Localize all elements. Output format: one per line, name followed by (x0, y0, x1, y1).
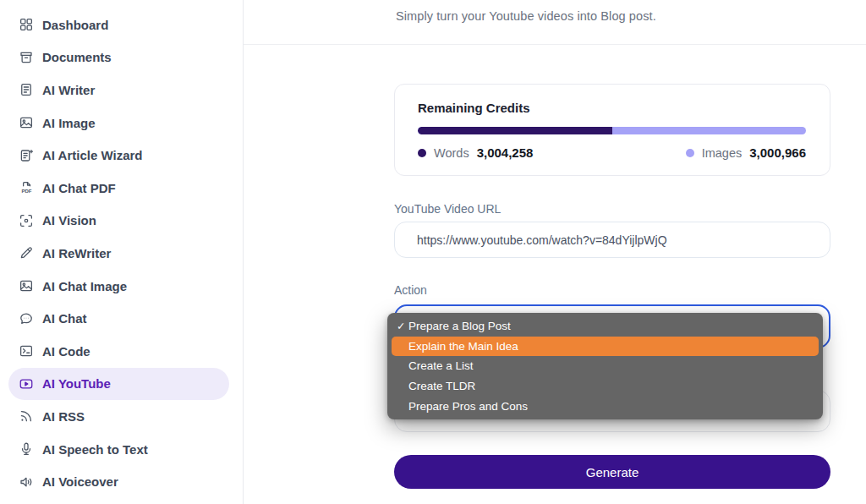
vision-icon (19, 213, 34, 228)
dashboard-icon (19, 17, 34, 32)
sidebar-item-ai-chat[interactable]: AI Chat (8, 302, 229, 335)
image-icon (19, 115, 34, 130)
generate-button[interactable]: Generate (394, 455, 830, 489)
sidebar-item-label: AI Chat Image (42, 279, 127, 293)
action-field-label: Action (394, 283, 427, 297)
sidebar-item-documents[interactable]: Documents (8, 41, 229, 74)
words-legend: Words 3,004,258 (418, 145, 533, 160)
article-wizard-icon (19, 148, 34, 163)
dropdown-option-label: Explain the Main Idea (408, 340, 518, 353)
sidebar-item-label: AI Image (42, 116, 96, 130)
topbar: Simply turn your Youtube videos into Blo… (244, 0, 866, 45)
sidebar: Dashboard Documents AI Writer AI Image A… (0, 0, 244, 504)
words-label: Words (434, 146, 469, 160)
url-field-label: YouTube Video URL (394, 202, 501, 216)
credits-legend: Words 3,004,258 Images 3,000,966 (418, 145, 806, 160)
rewriter-icon (19, 245, 34, 260)
code-icon (19, 343, 34, 359)
sidebar-item-ai-image[interactable]: AI Image (8, 107, 229, 140)
action-dropdown-menu: ✓ Prepare a Blog Post ✓ Explain the Main… (387, 313, 823, 419)
voiceover-icon (19, 474, 34, 490)
main-content: Simply turn your Youtube videos into Blo… (244, 0, 866, 504)
dropdown-option-create-tldr[interactable]: ✓ Create TLDR (392, 376, 819, 397)
credits-progress-words (418, 127, 612, 134)
sidebar-item-ai-chat-image[interactable]: AI Chat Image (8, 270, 229, 303)
sidebar-item-dashboard[interactable]: Dashboard (8, 8, 229, 41)
writer-icon (19, 82, 34, 97)
images-value: 3,000,966 (749, 145, 806, 160)
sidebar-item-ai-chat-pdf[interactable]: PDF AI Chat PDF (8, 172, 229, 205)
youtube-icon (19, 376, 34, 392)
sidebar-item-label: AI Code (42, 344, 90, 359)
sidebar-item-ai-rss[interactable]: AI RSS (8, 400, 229, 433)
sidebar-item-ai-code[interactable]: AI Code (8, 335, 229, 368)
words-value: 3,004,258 (477, 145, 534, 160)
sidebar-item-ai-article-wizard[interactable]: AI Article Wizard (8, 139, 229, 172)
sidebar-item-ai-vision[interactable]: AI Vision (8, 205, 229, 238)
svg-text:PDF: PDF (21, 189, 31, 194)
speech-to-text-icon (19, 441, 34, 457)
chat-icon (19, 311, 34, 326)
app: Dashboard Documents AI Writer AI Image A… (0, 0, 866, 504)
sidebar-item-label: AI Writer (42, 83, 95, 97)
sidebar-item-ai-youtube[interactable]: AI YouTube (8, 368, 229, 401)
images-legend: Images 3,000,966 (686, 145, 806, 160)
sidebar-item-ai-rewriter[interactable]: AI ReWriter (8, 237, 229, 270)
sidebar-item-label: Documents (42, 50, 112, 64)
sidebar-item-ai-writer[interactable]: AI Writer (8, 74, 229, 107)
dropdown-option-prepare-pros-and-cons[interactable]: ✓ Prepare Pros and Cons (392, 396, 819, 416)
sidebar-item-label: Dashboard (42, 18, 108, 32)
remaining-credits-card: Remaining Credits Words 3,004,258 Images… (394, 84, 830, 176)
dropdown-option-label: Prepare Pros and Cons (408, 400, 528, 413)
dropdown-option-label: Prepare a Blog Post (408, 320, 511, 332)
sidebar-item-ai-voiceover[interactable]: AI Voiceover (8, 465, 229, 498)
sidebar-item-label: AI Chat PDF (42, 181, 116, 195)
sidebar-nav: Dashboard Documents AI Writer AI Image A… (0, 8, 243, 498)
page-subtitle: Simply turn your Youtube videos into Blo… (396, 9, 656, 23)
checkmark-icon: ✓ (397, 320, 408, 332)
credits-progress-bar (418, 127, 806, 134)
sidebar-item-label: AI Vision (42, 213, 96, 227)
youtube-url-input[interactable] (394, 222, 830, 258)
sidebar-item-ai-speech-to-text[interactable]: AI Speech to Text (8, 433, 229, 466)
sidebar-item-label: AI Chat (42, 311, 87, 326)
sidebar-item-label: AI RSS (42, 409, 85, 424)
images-label: Images (702, 146, 743, 160)
dropdown-option-label: Create TLDR (408, 380, 475, 392)
images-dot-icon (686, 149, 694, 157)
documents-icon (19, 50, 34, 65)
chat-image-icon (19, 278, 34, 293)
sidebar-item-label: AI Voiceover (42, 474, 118, 489)
words-dot-icon (418, 149, 426, 157)
dropdown-option-explain-the-main-idea[interactable]: ✓ Explain the Main Idea (392, 337, 819, 357)
dropdown-option-create-a-list[interactable]: ✓ Create a List (392, 356, 819, 376)
dropdown-option-prepare-a-blog-post[interactable]: ✓ Prepare a Blog Post (392, 316, 819, 337)
sidebar-item-label: AI YouTube (42, 376, 111, 391)
sidebar-item-label: AI Article Wizard (42, 148, 143, 162)
sidebar-item-label: AI Speech to Text (42, 442, 148, 457)
dropdown-option-label: Create a List (408, 359, 474, 372)
sidebar-item-label: AI ReWriter (42, 246, 111, 260)
credits-title: Remaining Credits (418, 101, 806, 115)
rss-icon (19, 408, 34, 424)
chat-pdf-icon: PDF (19, 180, 34, 195)
